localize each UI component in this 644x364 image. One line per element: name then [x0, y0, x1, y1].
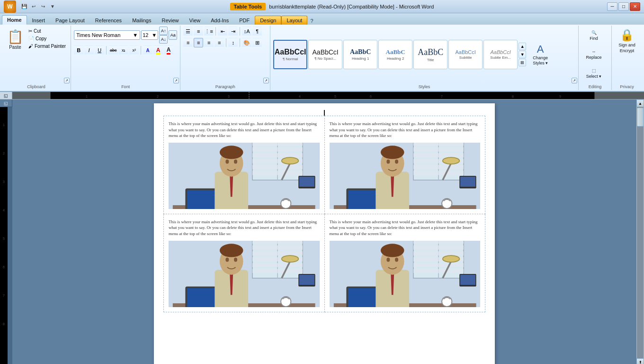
- font-name-selector[interactable]: Times New Roman ▼: [74, 30, 140, 40]
- styles-scroll-expand[interactable]: ⊞: [519, 59, 526, 66]
- clipboard-group-content: 📋 Paste ✂ Cut 📄 Copy 🖌 Format Painter: [5, 27, 68, 89]
- text-highlight-button[interactable]: A: [153, 46, 163, 55]
- tab-add-ins[interactable]: Add-Ins: [206, 16, 234, 25]
- borders-button[interactable]: ⊞: [252, 38, 262, 47]
- show-formatting-button[interactable]: ¶: [252, 27, 262, 36]
- align-right-button[interactable]: ≡: [204, 38, 214, 47]
- svg-text:2: 2: [157, 95, 159, 98]
- style-title[interactable]: AaBbC Title: [413, 40, 447, 69]
- clear-format-button[interactable]: Aa: [169, 30, 177, 40]
- style-normal-label: ¶ Normal: [283, 57, 298, 61]
- shrink-font-button[interactable]: A↓: [159, 35, 168, 44]
- svg-point-130: [380, 244, 404, 257]
- paragraph-label: Paragraph: [180, 84, 270, 89]
- line-spacing-button[interactable]: ↕: [228, 38, 238, 47]
- styles-scroll-up[interactable]: ▲: [519, 43, 526, 50]
- scroll-up-button[interactable]: ▲: [636, 100, 644, 107]
- tab-design[interactable]: Design: [255, 16, 281, 25]
- style-normal[interactable]: AaBbCcI ¶ Normal: [273, 40, 307, 69]
- table-cell-2[interactable]: This is where your main advertising text…: [324, 116, 485, 214]
- minimize-button[interactable]: ─: [607, 2, 617, 11]
- table-tools-label: Table Tools: [230, 3, 266, 10]
- svg-rect-79: [460, 177, 475, 187]
- sign-encrypt-button[interactable]: 🔒 Sign andEncrypt: [615, 27, 639, 56]
- tab-review[interactable]: Review: [156, 16, 184, 25]
- shading-button[interactable]: 🎨: [242, 38, 251, 47]
- font-size-selector[interactable]: 12 ▼: [141, 30, 158, 40]
- style-no-spacing[interactable]: AaBbCcI ¶ No Spaci...: [308, 40, 342, 69]
- svg-rect-116: [413, 251, 463, 255]
- close-button[interactable]: ✕: [630, 2, 640, 11]
- style-subtle-em[interactable]: AaBbCcI Subtle Em...: [483, 40, 518, 69]
- underline-button[interactable]: U: [95, 46, 104, 55]
- svg-rect-58: [413, 143, 463, 146]
- increase-indent-button[interactable]: ⇥: [228, 27, 238, 36]
- tab-insert[interactable]: Insert: [27, 16, 51, 25]
- privacy-label: Privacy: [612, 84, 642, 89]
- scroll-thumb[interactable]: [637, 108, 644, 127]
- office-button[interactable]: W: [4, 0, 16, 13]
- bold-button[interactable]: B: [74, 46, 83, 55]
- copy-button[interactable]: 📄 Copy: [27, 35, 68, 42]
- strikethrough-button[interactable]: abc: [108, 46, 118, 55]
- redo-button[interactable]: ↪: [39, 2, 47, 11]
- tab-references[interactable]: References: [90, 16, 127, 25]
- numbering-button[interactable]: ≡: [194, 27, 203, 36]
- style-heading1[interactable]: AaBbC Heading 1: [343, 40, 377, 69]
- select-button[interactable]: ⬚ Select ▾: [581, 64, 606, 82]
- decrease-indent-button[interactable]: ⇤: [218, 27, 227, 36]
- paste-button[interactable]: 📋 Paste: [5, 27, 26, 53]
- change-styles-button[interactable]: A ChangeStyles ▾: [527, 40, 554, 69]
- bullets-button[interactable]: ☰: [183, 27, 193, 36]
- superscript-button[interactable]: x²: [129, 46, 139, 55]
- svg-rect-107: [299, 274, 314, 284]
- tab-layout[interactable]: Layout: [281, 16, 307, 25]
- help-icon[interactable]: ?: [307, 17, 642, 25]
- maximize-button[interactable]: □: [618, 2, 629, 11]
- svg-text:3: 3: [3, 180, 5, 183]
- undo-button[interactable]: ↩: [29, 2, 38, 11]
- save-button[interactable]: 💾: [20, 2, 28, 11]
- svg-text:7: 7: [3, 294, 5, 297]
- subscript-button[interactable]: x₂: [119, 46, 128, 55]
- scroll-track[interactable]: [637, 107, 644, 358]
- tab-home[interactable]: Home: [2, 15, 27, 25]
- style-subtitle[interactable]: AaBbCcI Subtitle: [448, 40, 483, 69]
- svg-point-121: [442, 255, 459, 262]
- sort-button[interactable]: ↕A: [242, 27, 251, 36]
- styles-dialog-launcher[interactable]: ↗: [572, 78, 577, 83]
- align-center-button[interactable]: ≡: [194, 38, 203, 47]
- table-cell-1[interactable]: This is where your main advertising text…: [164, 116, 325, 214]
- paragraph-dialog-launcher[interactable]: ↗: [263, 78, 269, 83]
- svg-point-74: [380, 146, 404, 159]
- italic-button[interactable]: I: [84, 46, 94, 55]
- font-dialog-launcher[interactable]: ↗: [173, 78, 179, 83]
- vertical-scrollbar[interactable]: ▲ ⬆ ⊙ ⬇ ▼: [636, 100, 644, 364]
- table-cell-4[interactable]: This is where your main advertising text…: [324, 214, 485, 312]
- svg-rect-35: [252, 171, 303, 175]
- font-color-button[interactable]: A: [164, 46, 173, 55]
- document[interactable]: This is where your main advertising text…: [154, 103, 495, 364]
- tab-mailings[interactable]: Mailings: [127, 16, 156, 25]
- style-heading2[interactable]: AaBbC Heading 2: [378, 40, 412, 69]
- cut-button[interactable]: ✂ Cut: [27, 27, 68, 35]
- scroll-page-up[interactable]: ⬆: [636, 358, 644, 364]
- format-painter-button[interactable]: 🖌 Format Painter: [27, 43, 68, 50]
- text-effects-button[interactable]: A: [143, 46, 152, 55]
- align-left-button[interactable]: ≡: [183, 38, 193, 47]
- tab-view[interactable]: View: [184, 16, 206, 25]
- vertical-ruler-toggle[interactable]: ◱: [0, 100, 12, 107]
- styles-scroll-down[interactable]: ▼: [519, 51, 526, 58]
- find-button[interactable]: 🔍 Find: [581, 27, 606, 45]
- clipboard-dialog-launcher[interactable]: ↗: [64, 78, 70, 83]
- tab-page-layout[interactable]: Page Layout: [50, 16, 90, 25]
- quick-access-more[interactable]: ▼: [48, 2, 57, 11]
- multilevel-list-button[interactable]: ⋮≡: [204, 27, 214, 36]
- ruler-corner[interactable]: ◱: [0, 92, 12, 100]
- replace-button[interactable]: ↔ Replace: [581, 46, 606, 64]
- grow-font-button[interactable]: A↑: [159, 27, 168, 35]
- table-cell-3[interactable]: This is where your main advertising text…: [164, 214, 325, 312]
- justify-button[interactable]: ≡: [215, 38, 224, 47]
- document-area[interactable]: This is where your main advertising text…: [12, 100, 636, 364]
- tab-pdf[interactable]: PDF: [234, 16, 255, 25]
